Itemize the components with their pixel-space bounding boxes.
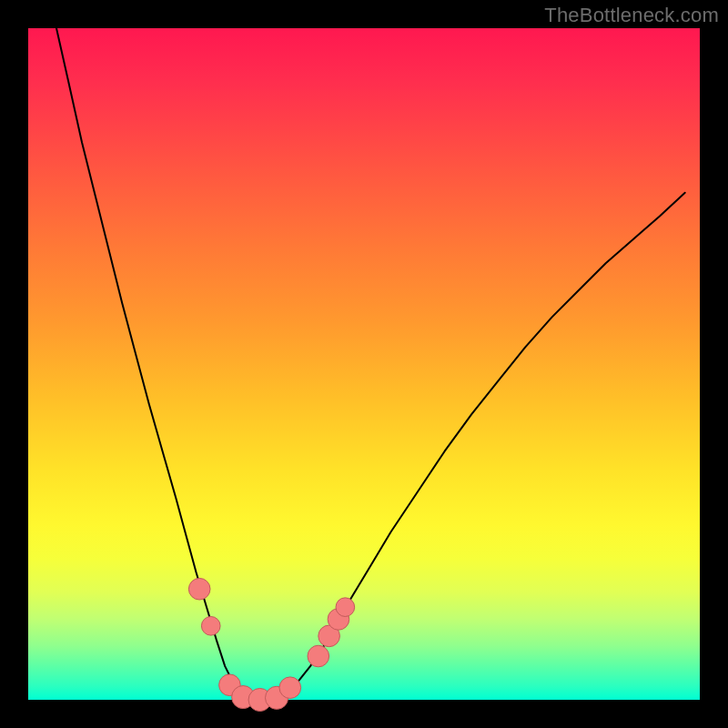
chart-stage: TheBottleneck.com xyxy=(0,0,728,728)
watermark-text: TheBottleneck.com xyxy=(544,4,719,27)
plot-gradient-area xyxy=(28,28,700,700)
